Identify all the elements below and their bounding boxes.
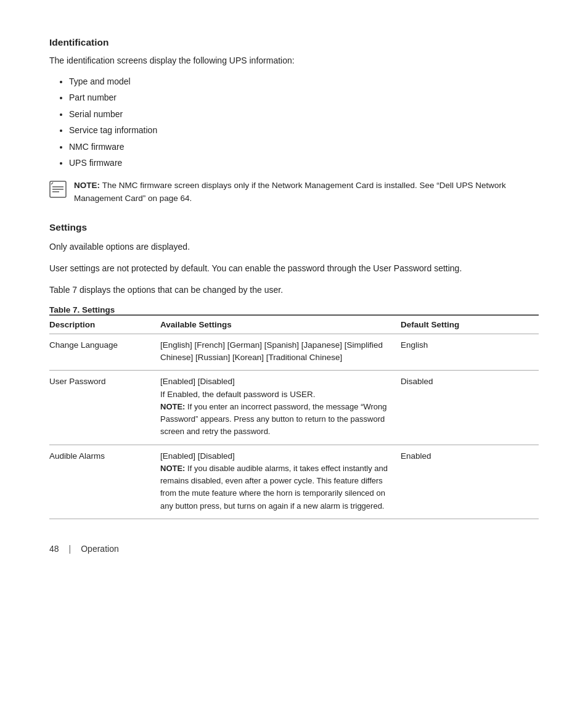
row-note: NOTE: If you disable audible alarms, it … — [160, 464, 388, 511]
footer-section: Operation — [81, 544, 118, 554]
list-item: Type and model — [69, 75, 539, 88]
row-available: [Enabled] [Disabled] If Enabled, the def… — [160, 371, 401, 445]
page-number: 48 — [49, 544, 59, 554]
row-default: Disabled — [401, 371, 539, 445]
settings-title: Settings — [49, 222, 539, 233]
row-default: English — [401, 334, 539, 371]
col-available: Available Settings — [160, 315, 401, 334]
identification-title: Identification — [49, 37, 539, 48]
table-row: Change Language [English] [French] [Germ… — [49, 334, 539, 371]
identification-list: Type and model Part number Serial number… — [69, 75, 539, 170]
list-item: NMC firmware — [69, 140, 539, 154]
note-icon — [49, 181, 67, 198]
settings-section: Settings Only available options are disp… — [49, 222, 539, 519]
identification-intro: The identification screens display the f… — [49, 54, 539, 67]
available-text: [English] [French] [German] [Spanish] [J… — [160, 340, 383, 362]
list-item: UPS firmware — [69, 156, 539, 170]
list-item: Part number — [69, 91, 539, 104]
row-description: Audible Alarms — [49, 445, 160, 519]
footer: 48 | Operation — [49, 544, 539, 554]
row-note: NOTE: If you enter an incorrect password… — [160, 402, 387, 437]
table-row: Audible Alarms [Enabled] [Disabled] NOTE… — [49, 445, 539, 519]
footer-separator: | — [69, 544, 71, 554]
col-description: Description — [49, 315, 160, 334]
settings-para1: Only available options are displayed. — [49, 240, 539, 253]
settings-table: Description Available Settings Default S… — [49, 314, 539, 519]
note-body: The NMC firmware screen displays only if… — [74, 181, 506, 202]
list-item: Serial number — [69, 107, 539, 121]
row-description: User Password — [49, 371, 160, 445]
note-box: NOTE: The NMC firmware screen displays o… — [49, 179, 539, 205]
identification-section: Identification The identification screen… — [49, 37, 539, 205]
note-text: NOTE: The NMC firmware screen displays o… — [74, 179, 539, 205]
available-text: [Enabled] [Disabled] — [160, 377, 235, 386]
row-available: [Enabled] [Disabled] NOTE: If you disabl… — [160, 445, 401, 519]
available-extra: If Enabled, the default password is USER… — [160, 390, 315, 399]
note-label: NOTE: — [74, 181, 102, 190]
table-row: User Password [Enabled] [Disabled] If En… — [49, 371, 539, 445]
col-default: Default Setting — [401, 315, 539, 334]
row-default: Enabled — [401, 445, 539, 519]
row-available: [English] [French] [German] [Spanish] [J… — [160, 334, 401, 371]
settings-para3: Table 7 displays the options that can be… — [49, 284, 539, 297]
list-item: Service tag information — [69, 123, 539, 137]
row-description: Change Language — [49, 334, 160, 371]
settings-para2: User settings are not protected by defau… — [49, 262, 539, 275]
table-label: Table 7. Settings — [49, 305, 539, 314]
available-text: [Enabled] [Disabled] — [160, 451, 235, 461]
